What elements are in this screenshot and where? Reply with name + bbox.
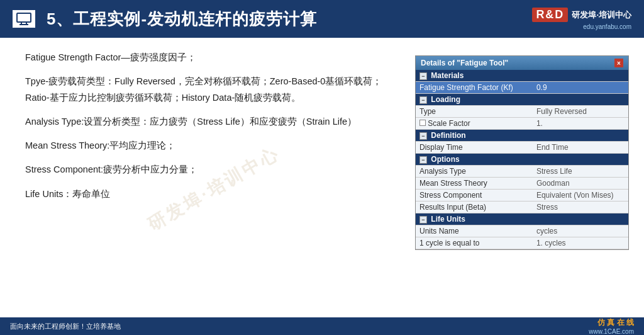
row-scale-factor[interactable]: Scale Factor 1. [416,118,628,130]
page-title: 5、工程实例-发动机连杆的疲劳计算 [47,8,317,30]
dialog-close-button[interactable]: × [614,59,623,67]
cell-units-name-value: cycles [533,225,628,237]
dialog-title: Details of "Fatigue Tool" [421,59,508,67]
row-fatigue-strength-factor[interactable]: Fatigue Strength Factor (Kf) 0.9 [416,82,628,94]
section-options: − Options [416,154,628,166]
dialog-table: − Materials Fatigue Strength Factor (Kf)… [416,70,628,249]
header: 5、工程实例-发动机连杆的疲劳计算 R&D 研发埠·培训中心 edu.yanfa… [0,0,644,38]
section-life-units: − Life Units [416,213,628,225]
cell-cycle-equal-label: 1 cycle is equal to [416,237,533,249]
paragraph-4: Mean Stress Theory:平均应力理论； [25,137,402,154]
cell-stress-component-value: Equivalent (Von Mises) [533,190,628,202]
cell-display-time-value: End Time [533,142,628,154]
section-loading-label: Loading [431,95,460,104]
expand-loading-icon[interactable]: − [419,96,427,104]
bottom-right-area: 仿 真 在 线 www.1CAE.com [589,317,634,335]
expand-life-units-icon[interactable]: − [419,216,427,224]
cell-analysis-type-value: Stress Life [533,166,628,178]
cell-units-name-label: Units Name [416,225,533,237]
expand-definition-icon[interactable]: − [419,132,427,140]
cell-cycle-equal-value: 1. cycles [533,237,628,249]
cell-fatigue-kf-label: Fatigue Strength Factor (Kf) [416,82,533,94]
dialog-title-bar: Details of "Fatigue Tool" × [416,56,628,70]
svg-rect-0 [17,13,31,22]
paragraph-1: Fatigue Strength Factor—疲劳强度因子； [25,49,402,65]
cell-stress-component-label: Stress Component [416,190,533,202]
cell-type-value: Fully Reversed [533,106,628,118]
bottom-left-text: 面向未来的工程师创新！立培养基地 [10,322,121,331]
section-materials: − Materials [416,70,628,82]
main-content: 研发埠·培训中心 Fatigue Strength Factor—疲劳强度因子；… [0,38,644,335]
bottom-site: www.1CAE.com [589,328,634,335]
section-loading: − Loading [416,94,628,106]
cell-scale-factor-label: Scale Factor [416,118,533,130]
row-results-input[interactable]: Results Input (Beta) Stress [416,202,628,213]
cell-analysis-type-label: Analysis Type [416,166,533,178]
row-type[interactable]: Type Fully Reversed [416,106,628,118]
logo-area: R&D 研发埠·培训中心 edu.yanfabu.com [532,8,631,30]
row-cycle-equal[interactable]: 1 cycle is equal to 1. cycles [416,237,628,249]
fatigue-tool-dialog: Details of "Fatigue Tool" × − Materials … [415,55,629,250]
section-life-units-label: Life Units [431,215,465,224]
cell-results-input-value: Stress [533,202,628,213]
logo-brand: 研发埠·培训中心 [572,9,631,21]
cell-results-input-label: Results Input (Beta) [416,202,533,213]
scale-factor-checkbox[interactable] [419,120,426,126]
section-materials-label: Materials [431,71,464,80]
cell-mean-stress-theory-label: Mean Stress Theory [416,178,533,190]
section-definition: − Definition [416,130,628,142]
paragraph-6: Life Units：寿命单位 [25,186,402,202]
right-panel: Details of "Fatigue Tool" × − Materials … [415,49,629,329]
row-analysis-type[interactable]: Analysis Type Stress Life [416,166,628,178]
row-units-name[interactable]: Units Name cycles [416,225,628,237]
left-panel: 研发埠·培训中心 Fatigue Strength Factor—疲劳强度因子；… [25,49,402,329]
row-display-time[interactable]: Display Time End Time [416,142,628,154]
expand-materials-icon[interactable]: − [419,72,427,80]
cell-fatigue-kf-value: 0.9 [533,82,628,94]
bottom-bar: 面向未来的工程师创新！立培养基地 仿 真 在 线 www.1CAE.com [0,317,644,335]
paragraph-2: Tpye-疲劳载荷类型：Fully Reversed，完全对称循环载荷；Zero… [25,73,402,106]
bottom-brand: 仿 真 在 线 [597,317,634,328]
cell-type-label: Type [416,106,533,118]
cell-mean-stress-theory-value: Goodman [533,178,628,190]
section-options-label: Options [431,155,459,164]
paragraph-5: Stress Component:疲劳分析中应力分量； [25,161,402,178]
paragraph-3: Analysis Type:设置分析类型：应力疲劳（Stress Life）和应… [25,113,402,130]
section-definition-label: Definition [431,131,465,140]
monitor-icon [13,10,35,28]
row-stress-component[interactable]: Stress Component Equivalent (Von Mises) [416,190,628,202]
logo-url: edu.yanfabu.com [583,23,631,30]
expand-options-icon[interactable]: − [419,156,427,164]
cell-scale-factor-value: 1. [533,118,628,130]
logo-rd: R&D [532,8,568,22]
row-mean-stress-theory[interactable]: Mean Stress Theory Goodman [416,178,628,190]
cell-display-time-label: Display Time [416,142,533,154]
